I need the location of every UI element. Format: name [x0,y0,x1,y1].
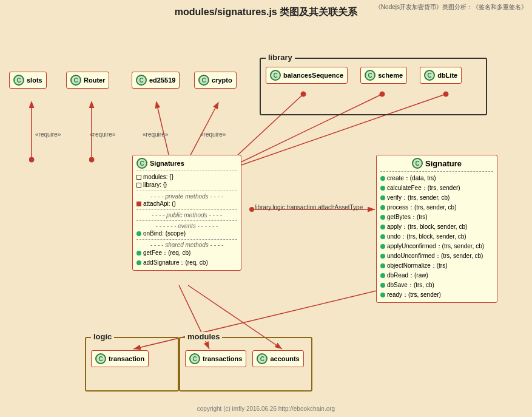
class-name-router: Router [84,76,105,84]
class-name-dblite: dbLite [437,72,457,79]
svg-text:«require»: «require» [200,131,226,138]
class-box-slots: C slots [9,72,47,89]
class-icon-accounts: C [257,353,268,364]
svg-text:«require»: «require» [143,131,169,138]
sig-method-verify: verify：(trs, sender, cb) [387,194,450,202]
class-box-router: C Router [66,72,109,89]
sig-method-create: create：(data, trs) [387,174,436,183]
class-name-crypto: crypto [212,76,232,84]
logic-group-box: logic C transaction [85,337,179,392]
method-attach-api: attachApi: () [143,200,176,207]
class-box-ed25519: C ed25519 [132,72,180,89]
class-box-transactions: C transactions [185,350,246,367]
library-group-box: library C balancesSequence C scheme C db… [260,58,487,115]
class-name-signature: Signature [425,159,462,168]
modules-group-box: modules C transactions C accounts [179,337,312,392]
svg-point-11 [249,207,254,212]
class-icon-signatures: C [136,158,147,169]
method-getfee: getFee：(req, cb) [143,249,190,257]
class-name-balances-sequence: balancesSequence [283,72,343,79]
top-right-annotation: 《Nodejs开发加密货币》类图分析：《签名和多重签名》 [375,3,527,12]
class-name-accounts: accounts [270,355,299,362]
logic-label: logic [91,332,114,341]
class-box-dblite: C dbLite [420,67,462,84]
class-name-signatures: Signatures [150,160,184,167]
svg-line-6 [188,108,215,160]
footer-text: copyright (c) imfly 2016.06.26 http://eb… [0,405,532,412]
class-icon-transaction: C [95,353,106,364]
class-name-transactions: transactions [203,355,242,362]
svg-text:«require»: «require» [90,131,116,138]
class-icon-ed25519: C [136,75,147,86]
class-box-crypto: C crypto [194,72,237,89]
method-add-signature: addSignature：(req, cb) [143,259,208,267]
field-library: library: {} [143,181,167,188]
class-name-slots: slots [27,76,42,84]
sig-method-calculatefee: calculateFee：(trs, sender) [387,184,460,192]
sig-method-getbytes: getBytes：(trs) [387,213,428,222]
class-icon-crypto: C [198,75,209,86]
sig-method-apply-unconfirmed: applyUnconfirmed：(trs, sender, cb) [387,242,484,251]
class-icon-router: C [70,75,81,86]
class-icon-slots: C [13,75,24,86]
sig-method-objectnormalize: objectNormalize：(trs) [387,262,447,270]
field-modules: modules: {} [143,174,173,180]
svg-text:«require»: «require» [35,131,61,138]
class-icon-dblite: C [424,70,435,81]
class-icon-transactions: C [189,353,200,364]
svg-line-5 [158,108,170,160]
class-icon-signature: C [412,158,423,169]
class-icon-balances-sequence: C [270,70,281,81]
class-name-ed25519: ed25519 [149,76,175,84]
class-icon-scheme: C [365,70,375,81]
sig-method-process: process：(trs, sender, cb) [387,203,456,212]
class-box-signatures: C Signatures modules: {} library: {} - -… [132,155,241,271]
class-box-accounts: C accounts [252,350,303,367]
sig-method-apply: apply：(trs, block, sender, cb) [387,223,467,231]
library-label: library [266,53,295,62]
attach-asset-type-label: library.logic.transaction.attachAssetTyp… [255,204,363,211]
class-name-transaction: transaction [109,355,144,362]
class-name-scheme: scheme [378,72,403,79]
sig-method-ready: ready：(trs, sender) [387,291,441,299]
class-box-scheme: C scheme [360,67,407,84]
class-box-signature: C Signature create：(data, trs) calculate… [376,155,497,303]
class-box-transaction: C transaction [91,350,149,367]
sig-method-undo-unconfirmed: undoUnconfirmed：(trs, sender, cb) [387,252,483,260]
sig-method-dbread: dbRead：(raw) [387,271,428,280]
sig-method-dbsave: dbSave：(trs, cb) [387,281,434,290]
class-box-balances-sequence: C balancesSequence [266,67,348,84]
modules-label: modules [185,332,222,341]
sig-method-undo: undo：(trs, block, sender, cb) [387,232,466,241]
event-onbind: onBind: (scope) [143,230,186,237]
